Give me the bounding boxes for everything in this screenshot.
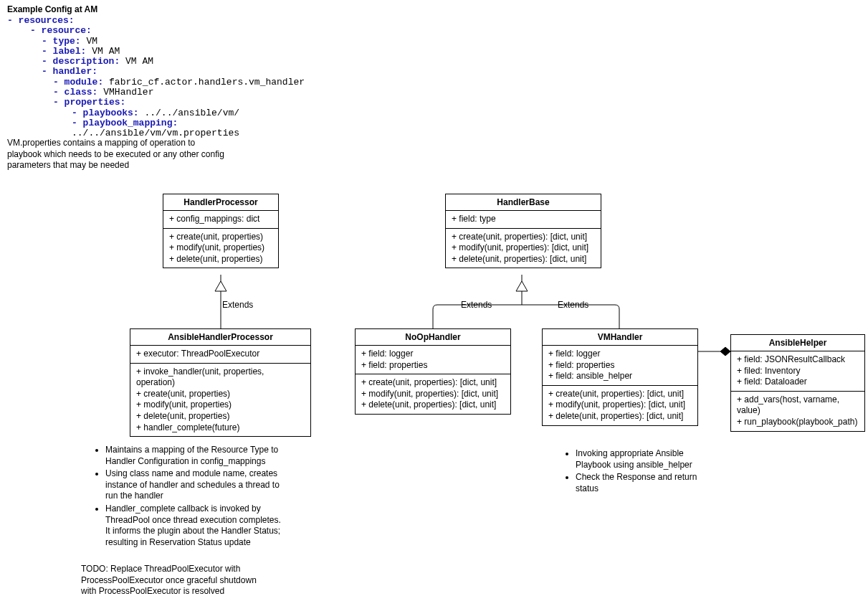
edge-label-extends: Extends xyxy=(461,300,492,310)
edge-label-extends: Extends xyxy=(558,300,588,310)
yaml-note: VM.properties contains a mapping of oper… xyxy=(7,138,251,171)
class-handler-base: HandlerBase + field: type + create(unit,… xyxy=(445,194,601,268)
svg-marker-3 xyxy=(516,281,528,291)
class-noop-handler: NoOpHandler + field: logger + field: pro… xyxy=(355,328,511,415)
class-title: HandlerProcessor xyxy=(163,194,278,211)
class-title: HandlerBase xyxy=(446,194,601,211)
class-title: AnsibleHandlerProcessor xyxy=(130,329,310,346)
class-title: AnsibleHelper xyxy=(731,335,864,351)
todo-note: TODO: Replace ThreadPoolExecutor with Pr… xyxy=(81,564,282,596)
class-ansible-handler-processor: AnsibleHandlerProcessor + executor: Thre… xyxy=(130,328,311,437)
svg-marker-0 xyxy=(215,281,226,291)
ahp-notes: Maintains a mapping of the Resource Type… xyxy=(92,445,286,549)
svg-marker-7 xyxy=(720,347,730,356)
class-title: NoOpHandler xyxy=(356,329,510,346)
class-ansible-helper: AnsibleHelper + field: JSONResultCallbac… xyxy=(730,334,865,432)
class-title: VMHandler xyxy=(543,329,697,346)
class-vm-handler: VMHandler + field: logger + field: prope… xyxy=(542,328,698,426)
yaml-config: - resources: - resource: - type: VM - la… xyxy=(7,16,351,139)
vmhandler-notes: Invoking appropriate Ansible Playbook us… xyxy=(563,448,706,496)
page-title: Example Config at AM xyxy=(7,4,97,14)
edge-label-extends: Extends xyxy=(222,300,253,310)
class-handler-processor: HandlerProcessor + config_mappings: dict… xyxy=(163,194,279,268)
